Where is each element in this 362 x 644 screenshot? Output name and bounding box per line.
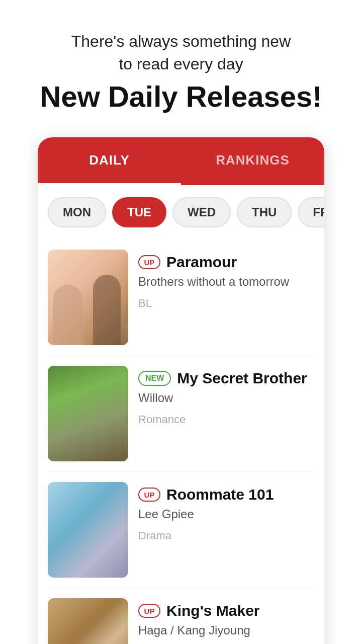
comic-title-row: UP Paramour: [138, 254, 314, 271]
comic-info-secret-brother: NEW My Secret Brother Willow Romance: [138, 366, 314, 426]
day-thu[interactable]: THU: [237, 197, 292, 227]
comic-item-paramour[interactable]: UP Paramour Brothers without a tomorrow …: [48, 239, 314, 356]
main-title: New Daily Releases!: [20, 80, 342, 113]
comics-list: UP Paramour Brothers without a tomorrow …: [38, 239, 324, 644]
badge-up-roommate: UP: [138, 488, 160, 502]
tab-daily[interactable]: DAILY: [38, 137, 181, 185]
comic-thumb-kings-maker: [48, 598, 128, 644]
comic-item-my-secret-brother[interactable]: NEW My Secret Brother Willow Romance: [48, 356, 314, 472]
comic-genre-secret-brother: Romance: [138, 413, 314, 426]
comic-item-kings-maker[interactable]: UP King's Maker Haga / Kang Jiyoung BL: [48, 588, 314, 644]
badge-new-secret-brother: NEW: [138, 371, 171, 386]
subtitle-text: There's always something newto read ever…: [20, 30, 342, 75]
card-container: DAILY RANKINGS MON TUE WED THU FRI SAT: [38, 137, 324, 644]
comic-info-paramour: UP Paramour Brothers without a tomorrow …: [138, 250, 314, 310]
comic-author-kings-maker: Haga / Kang Jiyoung: [138, 623, 314, 637]
comic-genre-paramour: BL: [138, 297, 314, 310]
comic-genre-roommate: Drama: [138, 529, 314, 542]
day-wed[interactable]: WED: [172, 197, 231, 227]
comic-author-secret-brother: Willow: [138, 391, 314, 405]
day-tue[interactable]: TUE: [112, 197, 166, 227]
comic-title-kings-maker: King's Maker: [166, 602, 260, 619]
days-row: MON TUE WED THU FRI SAT: [38, 185, 324, 239]
comic-item-roommate-101[interactable]: UP Roommate 101 Lee Gpiee Drama: [48, 472, 314, 588]
comic-title-secret-brother: My Secret Brother: [177, 370, 307, 387]
day-mon[interactable]: MON: [48, 197, 106, 227]
comic-title-row-2: NEW My Secret Brother: [138, 370, 314, 387]
comic-title-row-4: UP King's Maker: [138, 602, 314, 619]
comic-thumb-roommate: [48, 482, 128, 578]
comic-author-paramour: Brothers without a tomorrow: [138, 275, 314, 289]
tabs-header: DAILY RANKINGS: [38, 137, 324, 185]
comic-info-kings-maker: UP King's Maker Haga / Kang Jiyoung BL: [138, 598, 314, 644]
comic-thumb-paramour: [48, 250, 128, 345]
badge-up-kings-maker: UP: [138, 604, 160, 618]
tab-rankings[interactable]: RANKINGS: [181, 137, 324, 185]
header-section: There's always something newto read ever…: [0, 0, 362, 127]
comic-title-paramour: Paramour: [166, 254, 237, 271]
comic-author-roommate: Lee Gpiee: [138, 507, 314, 521]
badge-up-paramour: UP: [138, 255, 160, 269]
day-fri[interactable]: FRI: [298, 197, 324, 227]
comic-thumb-secret-brother: [48, 366, 128, 461]
comic-info-roommate: UP Roommate 101 Lee Gpiee Drama: [138, 482, 314, 542]
comic-title-roommate: Roommate 101: [166, 486, 274, 503]
comic-title-row-3: UP Roommate 101: [138, 486, 314, 503]
